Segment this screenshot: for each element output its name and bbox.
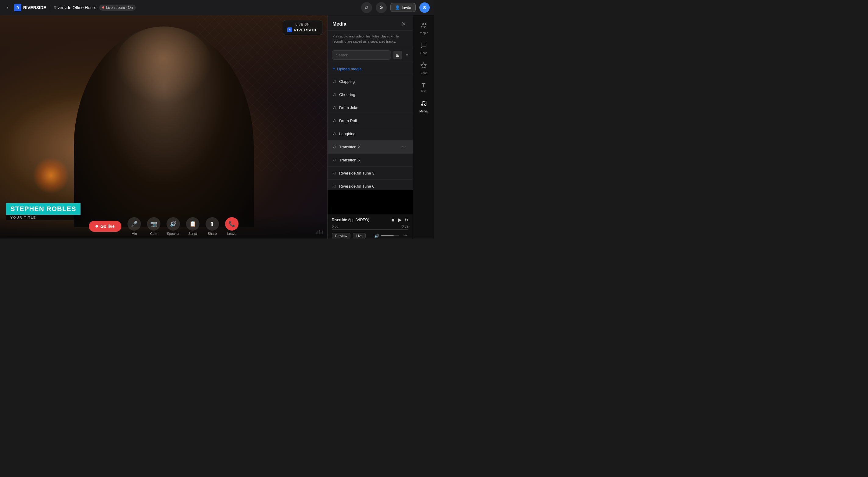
live-status-badge: Live stream · On: [99, 5, 136, 11]
script-button[interactable]: 📋 Script: [186, 217, 199, 235]
sidebar-item-chat[interactable]: Chat: [413, 38, 434, 59]
player-thumbnail: [328, 190, 413, 214]
go-live-button[interactable]: Go live: [89, 221, 121, 232]
media-item-name: Clapping: [339, 79, 397, 84]
media-item-transition2[interactable]: ♫ Transition 2 ···: [328, 140, 413, 154]
upload-media-button[interactable]: + Upload media: [328, 63, 413, 75]
player-title-row: Riverside App (VIDEO) ⏺ ▶ ↻: [332, 217, 408, 223]
people-icon: [420, 22, 427, 30]
media-item-name: Transition 5: [339, 158, 397, 162]
player-loop-button[interactable]: ↻: [405, 217, 408, 223]
player-controls: Riverside App (VIDEO) ⏺ ▶ ↻ 0:00 0:32: [328, 214, 413, 238]
search-input[interactable]: [332, 50, 391, 60]
media-item-name: Drum Joke: [339, 105, 397, 110]
music-icon: ♫: [333, 105, 336, 110]
sidebar-item-chat-label: Chat: [420, 52, 427, 55]
settings-button[interactable]: ⚙: [376, 2, 387, 13]
media-panel: Media ✕ Play audio and video files. File…: [328, 15, 413, 238]
share-icon-circle: ⬆: [206, 217, 219, 231]
media-item-name: Riverside.fm Tune 6: [339, 184, 397, 189]
logo-area: R RIVERSIDE: [14, 4, 46, 11]
media-item-more-button[interactable]: ···: [400, 143, 408, 150]
progress-bar[interactable]: [332, 229, 408, 230]
player-buttons: ⏺ ▶ ↻: [391, 217, 408, 223]
music-icon: ♫: [333, 78, 336, 84]
grid-view-button[interactable]: ⊞: [394, 51, 402, 59]
preview-button[interactable]: Preview: [332, 233, 350, 238]
media-item-riverside-tune6[interactable]: ♫ Riverside.fm Tune 6 ···: [328, 180, 413, 190]
media-item-riverside-tune3[interactable]: ♫ Riverside.fm Tune 3 ···: [328, 167, 413, 180]
media-panel-close-button[interactable]: ✕: [400, 20, 408, 28]
captions-button[interactable]: ⧉: [361, 2, 372, 13]
player-area: Riverside App (VIDEO) ⏺ ▶ ↻ 0:00 0:32: [328, 190, 413, 238]
bottom-controls: Go live 🎤 Mic 📷 Cam 🔊 Speaker 📋 Script ⬆: [0, 214, 327, 238]
player-record-button[interactable]: ⏺: [391, 217, 395, 223]
music-icon: ♫: [333, 92, 336, 97]
sidebar-item-text-label: Text: [421, 90, 426, 93]
live-dot: [102, 6, 104, 8]
player-play-button[interactable]: ▶: [398, 217, 402, 223]
rs-logo-small: R: [287, 27, 292, 32]
share-button[interactable]: ⬆ Share: [206, 217, 219, 235]
live-on-text: LIVE ON: [296, 23, 310, 26]
media-item-name: Cheering: [339, 92, 397, 97]
music-icon: ♫: [333, 170, 336, 176]
brand-icon: [420, 62, 427, 70]
media-list[interactable]: ♫ Clapping ··· ♫ Cheering ··· ♫ Drum Jok…: [328, 75, 413, 190]
list-view-button[interactable]: ≡: [403, 51, 411, 59]
sidebar-item-people[interactable]: People: [413, 18, 434, 38]
text-icon: T: [422, 82, 425, 88]
script-icon-circle: 📋: [186, 217, 199, 231]
media-item-name: Transition 2: [339, 145, 397, 149]
preview-live-row: Preview Live 🔊 〰: [332, 233, 408, 238]
media-item-drum-roll[interactable]: ♫ Drum Roll ···: [328, 114, 413, 127]
chat-icon: [420, 42, 427, 50]
music-icon: ♫: [333, 118, 336, 123]
logo-icon: R: [14, 4, 21, 11]
speaker-icon-circle: 🔊: [166, 217, 180, 231]
music-icon: ♫: [333, 183, 336, 189]
leave-icon-circle: 📞: [225, 217, 239, 231]
back-button[interactable]: ‹: [4, 3, 11, 12]
sidebar-item-brand[interactable]: Brand: [413, 59, 434, 78]
user-avatar[interactable]: S: [420, 2, 430, 13]
media-item-name: Laughing: [339, 132, 397, 136]
name-plate-name: STEPHEN ROBLES: [6, 203, 81, 215]
live-button-sm[interactable]: Live: [353, 233, 366, 238]
time-current: 0:00: [332, 225, 338, 228]
time-total: 0:32: [402, 225, 408, 228]
media-item-laughing[interactable]: ♫ Laughing ···: [328, 127, 413, 140]
time-row: 0:00 0:32: [332, 225, 408, 228]
media-item-clapping[interactable]: ♫ Clapping ···: [328, 75, 413, 88]
sidebar-item-people-label: People: [419, 31, 428, 35]
cam-button[interactable]: 📷 Cam: [147, 217, 160, 235]
media-item-name: Riverside.fm Tune 3: [339, 171, 397, 175]
sidebar-item-media[interactable]: Media: [413, 97, 434, 117]
sidebar-item-text[interactable]: T Text: [413, 78, 434, 97]
media-item-drum-joke[interactable]: ♫ Drum Joke ···: [328, 101, 413, 114]
media-panel-title: Media: [333, 21, 346, 27]
media-item-cheering[interactable]: ♫ Cheering ···: [328, 88, 413, 101]
top-bar-right: ⧉ ⚙ 👤 Invite S: [361, 2, 430, 13]
search-row: ⊞ ≡: [328, 47, 413, 63]
top-bar: ‹ R RIVERSIDE | Riverside Office Hours L…: [0, 0, 434, 15]
session-title: Riverside Office Hours: [54, 5, 96, 10]
cam-icon-circle: 📷: [147, 217, 160, 231]
main-content: LIVE ON R RIVERSIDE STEPHEN ROBLES YOUR …: [0, 15, 434, 238]
player-title: Riverside App (VIDEO): [332, 218, 369, 222]
media-panel-description: Play audio and video files. Files played…: [328, 31, 413, 47]
volume-slider[interactable]: [381, 235, 399, 236]
upload-plus-icon: +: [333, 66, 335, 72]
svg-point-2: [421, 104, 423, 106]
view-toggle: ⊞ ≡: [394, 51, 411, 59]
invite-button[interactable]: 👤 Invite: [391, 3, 416, 12]
media-item-transition5[interactable]: ♫ Transition 5 ···: [328, 154, 413, 167]
media-item-name: Drum Roll: [339, 118, 397, 123]
mic-icon-circle: 🎤: [127, 217, 141, 231]
mic-button[interactable]: 🎤 Mic: [127, 217, 141, 235]
invite-icon: 👤: [395, 5, 400, 10]
speaker-button[interactable]: 🔊 Speaker: [166, 217, 180, 235]
leave-button[interactable]: 📞 Leave: [225, 217, 239, 235]
music-icon: ♫: [333, 131, 336, 136]
logo-text: RIVERSIDE: [23, 5, 46, 10]
